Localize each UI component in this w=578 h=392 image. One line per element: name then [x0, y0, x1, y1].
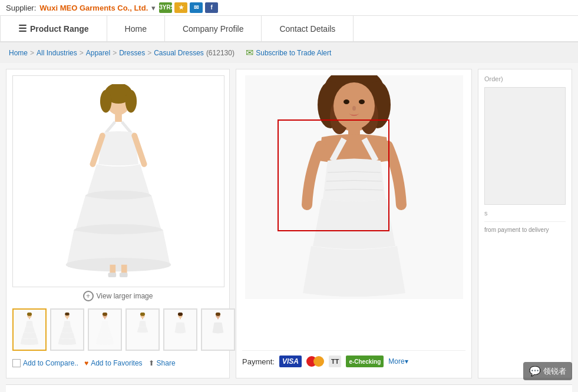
- mastercard-payment: [306, 356, 324, 367]
- zoom-panel: Payment: VISA TT e-Checking More ▾: [236, 69, 472, 378]
- thumbnail-6[interactable]: [201, 308, 235, 351]
- star-badge: ★: [174, 2, 187, 13]
- svg-rect-14: [108, 273, 117, 277]
- share-button[interactable]: ⬆ Share: [148, 359, 176, 367]
- breadcrumb-casual-dresses[interactable]: Casual Dresses: [154, 49, 204, 57]
- subscribe-trade-alert[interactable]: ✉ Subscribe to Trade Alert: [246, 47, 331, 58]
- breadcrumb-apparel[interactable]: Apparel: [86, 49, 110, 57]
- product-gallery: + View larger image: [6, 69, 230, 378]
- tab-product-range[interactable]: ☰ Product Range: [0, 16, 107, 41]
- thumbnail-2[interactable]: [50, 308, 84, 351]
- svg-rect-33: [217, 318, 219, 319]
- hamburger-icon: ☰: [18, 23, 27, 34]
- fb-badge: f: [205, 2, 218, 13]
- svg-point-3: [125, 90, 137, 113]
- breadcrumb-home[interactable]: Home: [9, 49, 28, 57]
- more-payment-link[interactable]: More ▾: [388, 357, 408, 366]
- tt-payment: TT: [329, 356, 341, 367]
- svg-rect-18: [29, 318, 30, 319]
- thumbnail-4[interactable]: [125, 308, 160, 351]
- zoomed-image: [242, 75, 465, 350]
- thumbnail-3[interactable]: [88, 308, 122, 351]
- delivery-text: from payment to delivery: [484, 227, 566, 233]
- supplier-label: Supplier:: [6, 4, 36, 12]
- payment-row: Payment: VISA TT e-Checking More ▾: [242, 350, 465, 372]
- heart-icon: ♥: [84, 359, 88, 367]
- svg-line-5: [106, 122, 115, 132]
- dropdown-icon[interactable]: ▾: [151, 4, 156, 12]
- tab-company-profile-bottom[interactable]: Company Profile: [85, 385, 166, 392]
- supplier-bar: Supplier: Wuxi MEO Garments Co., Ltd. ▾ …: [0, 0, 578, 16]
- share-icon: ⬆: [148, 359, 154, 367]
- thumbnails: [12, 305, 223, 354]
- svg-point-9: [66, 258, 171, 271]
- mail-badge: ✉: [190, 2, 203, 13]
- watermark: 💬 领锐者: [523, 362, 572, 380]
- visa-payment: VISA: [279, 356, 302, 367]
- breadcrumb-count: (612130): [206, 49, 234, 57]
- tab-nav: ☰ Product Range Home Company Profile Con…: [0, 16, 578, 42]
- main-content: + View larger image: [0, 63, 578, 384]
- watermark-icon: 💬: [529, 366, 541, 377]
- payment-label: Payment:: [242, 357, 275, 366]
- add-to-compare-button[interactable]: Add to Compare..: [12, 359, 78, 367]
- breadcrumb: Home > All Industries > Apparel > Dresse…: [0, 42, 578, 63]
- chevron-down-icon: ▾: [405, 357, 408, 366]
- product-image-svg: [54, 84, 183, 278]
- add-to-favorites-button[interactable]: ♥ Add to Favorites: [84, 359, 143, 367]
- tab-home[interactable]: Home: [107, 16, 165, 41]
- thumbnail-1[interactable]: [12, 308, 47, 351]
- svg-point-2: [100, 90, 111, 113]
- svg-point-43: [359, 99, 365, 104]
- svg-point-42: [344, 99, 349, 104]
- svg-rect-30: [180, 318, 181, 319]
- info-panel-image: [484, 87, 566, 205]
- tab-contact-details[interactable]: Contact Details: [262, 16, 354, 41]
- years-badge: 3YRS: [159, 2, 172, 13]
- svg-line-6: [122, 122, 131, 132]
- tab-transaction-overview[interactable]: Transaction Overview: [166, 385, 263, 392]
- action-row: Add to Compare.. ♥ Add to Favorites ⬆ Sh…: [12, 354, 223, 372]
- zoomed-product-svg: [245, 75, 463, 299]
- mail-icon: ✉: [246, 47, 253, 58]
- info-panel: Order) s from payment to delivery: [478, 69, 572, 378]
- tab-product-details[interactable]: Product Details: [6, 385, 85, 392]
- echecking-payment: e-Checking: [346, 356, 384, 367]
- min-order-text: Order): [484, 75, 566, 82]
- svg-rect-21: [67, 318, 68, 319]
- breadcrumb-dresses[interactable]: Dresses: [119, 49, 145, 57]
- info-panel-text: s: [484, 210, 566, 217]
- zoom-icon: +: [83, 291, 94, 301]
- supplier-icons: 3YRS ★ ✉ f: [159, 2, 218, 13]
- svg-rect-24: [104, 318, 105, 319]
- breadcrumb-all-industries[interactable]: All Industries: [37, 49, 77, 57]
- svg-rect-4: [115, 114, 122, 122]
- bottom-tabs: Product Details Company Profile Transact…: [6, 384, 572, 392]
- svg-point-44: [352, 106, 356, 111]
- tab-company-profile[interactable]: Company Profile: [165, 16, 262, 41]
- svg-rect-27: [142, 318, 143, 319]
- thumbnail-5[interactable]: [163, 308, 197, 351]
- view-larger-button[interactable]: + View larger image: [12, 287, 223, 305]
- compare-checkbox[interactable]: [12, 359, 21, 367]
- supplier-name[interactable]: Wuxi MEO Garments Co., Ltd.: [39, 4, 148, 12]
- svg-rect-15: [120, 273, 128, 277]
- main-image[interactable]: [12, 75, 224, 287]
